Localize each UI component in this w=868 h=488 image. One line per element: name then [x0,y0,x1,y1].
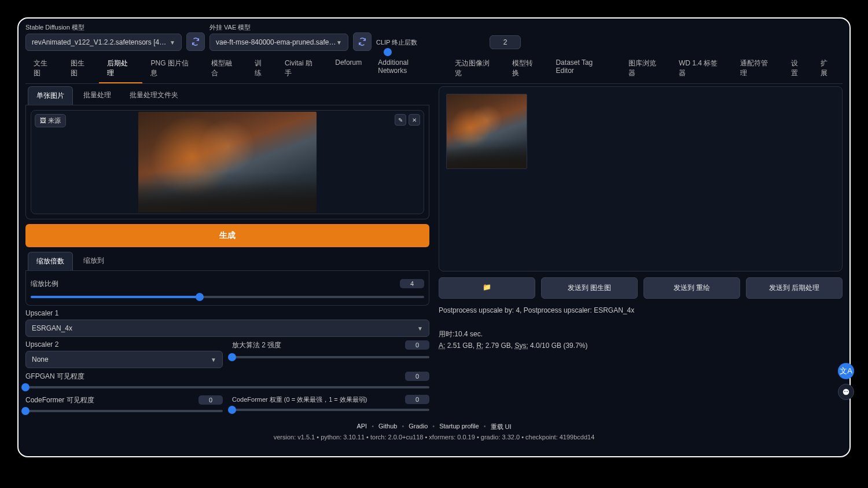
main-tab-3[interactable]: PNG 图片信息 [142,54,203,83]
upscaler2-label: Upscaler 2 [25,340,223,348]
source-image-area[interactable]: 🖼 来源 ✎ ✕ [31,110,424,214]
footer-links: API•Github•Gradio•Startup profile•重载 UI [25,423,843,431]
generate-button[interactable]: 生成 [25,224,429,247]
chat-icon[interactable] [838,384,854,400]
scale-tabs: 缩放倍数缩放到 [25,252,429,271]
header-row: Stable Diffusion 模型 revAnimated_v122_V1.… [25,23,843,51]
chevron-down-icon: ▼ [211,357,216,363]
codeformer-weight-value[interactable]: 0 [405,395,429,404]
send-inpaint-button[interactable]: 发送到 重绘 [643,277,740,299]
floating-icons: 文A [838,363,854,400]
main-tab-15[interactable]: 设置 [783,54,813,83]
gfpgan-value[interactable]: 0 [405,372,429,381]
result-params: Postprocess upscale by: 4, Postprocess u… [439,304,843,316]
open-folder-button[interactable]: 📁 [439,277,535,299]
main-tab-0[interactable]: 文生图 [25,54,62,83]
main-tab-9[interactable]: 无边图像浏览 [447,54,504,83]
clip-label: CLIP 终止层数 [376,38,417,47]
upscaler1-label: Upscaler 1 [25,309,429,317]
chevron-down-icon: ▼ [336,39,342,46]
upscaler2-strength-slider[interactable] [232,356,429,358]
main-tab-12[interactable]: 图库浏览器 [620,54,671,83]
translate-icon[interactable]: 文A [838,363,854,379]
output-image-area [439,86,843,271]
edit-image-button[interactable]: ✎ [395,114,406,126]
codeformer-vis-label: CodeFormer 可见程度 [25,395,94,405]
main-tab-8[interactable]: Additional Networks [370,54,447,83]
footer-link-重载-ui[interactable]: 重载 UI [491,423,512,431]
main-tab-14[interactable]: 通配符管理 [732,54,782,83]
app-window: Stable Diffusion 模型 revAnimated_v122_V1.… [17,17,851,457]
source-badge: 🖼 来源 [35,114,66,127]
result-info: Postprocess upscale by: 4, Postprocess u… [439,304,843,352]
refresh-vae-button[interactable] [353,32,372,51]
output-image[interactable] [446,94,527,169]
footer-link-gradio[interactable]: Gradio [409,423,428,431]
gfpgan-label: GFPGAN 可见程度 [25,372,84,381]
footer-link-github[interactable]: Github [378,423,397,431]
main-tab-16[interactable]: 扩展 [812,54,843,83]
input-tab-2[interactable]: 批量处理文件夹 [122,86,186,105]
left-pane: 单张图片批量处理批量处理文件夹 🖼 来源 ✎ ✕ 生成 缩放倍数缩放到 缩放比例… [25,84,429,412]
main-tab-4[interactable]: 模型融合 [203,54,247,83]
input-tabs: 单张图片批量处理批量处理文件夹 [25,86,429,105]
scale-panel: 缩放比例 4 [25,271,429,306]
chevron-down-icon: ▼ [417,325,423,332]
model-select[interactable]: revAnimated_v122_V1.2.2.safetensors [419… [25,34,182,51]
upscaler1-select[interactable]: ESRGAN_4x ▼ [25,320,429,337]
main-tab-11[interactable]: Dataset Tag Editor [547,54,620,83]
footer-link-api[interactable]: API [356,423,367,431]
footer: API•Github•Gradio•Startup profile•重载 UI … [25,423,843,441]
main-tab-1[interactable]: 图生图 [62,54,100,83]
right-pane: 📁 发送到 图生图 发送到 重绘 发送到 后期处理 Postprocess up… [439,84,843,412]
main-split: 单张图片批量处理批量处理文件夹 🖼 来源 ✎ ✕ 生成 缩放倍数缩放到 缩放比例… [25,84,843,412]
scale-tab-1[interactable]: 缩放到 [75,252,112,270]
input-tab-0[interactable]: 单张图片 [28,86,73,105]
svg-point-0 [843,389,849,395]
send-extras-button[interactable]: 发送到 后期处理 [746,277,843,299]
upscaler2-select[interactable]: None ▼ [25,351,223,368]
vae-label: 外挂 VAE 模型 [209,23,348,32]
main-tab-10[interactable]: 模型转换 [504,54,547,83]
scale-ratio-slider[interactable] [31,296,424,298]
codeformer-weight-label: CodeFormer 权重 (0 = 效果最强，1 = 效果最弱) [232,395,367,404]
main-tabs: 文生图图生图后期处理PNG 图片信息模型融合训练Civitai 助手Deforu… [25,54,843,84]
action-row: 📁 发送到 图生图 发送到 重绘 发送到 后期处理 [439,277,843,299]
input-tab-1[interactable]: 批量处理 [75,86,119,105]
codeformer-vis-slider[interactable] [25,410,223,412]
footer-link-startup-profile[interactable]: Startup profile [439,423,479,431]
svg-point-2 [847,391,848,392]
upscaler2-strength-value[interactable]: 0 [405,340,429,350]
result-memory: A: 2.51 GB, R: 2.79 GB, Sys: 4.0/10 GB (… [439,340,843,351]
codeformer-vis-value[interactable]: 0 [198,395,223,405]
input-panel: 🖼 来源 ✎ ✕ [25,105,429,219]
gfpgan-slider[interactable] [25,386,429,388]
source-image [138,112,317,212]
send-img2img-button[interactable]: 发送到 图生图 [541,277,638,299]
main-tab-7[interactable]: Deforum [327,54,370,83]
version-string: version: v1.5.1 • python: 3.10.11 • torc… [25,434,843,441]
scale-ratio-label: 缩放比例 [31,279,58,289]
main-tab-6[interactable]: Civitai 助手 [277,54,327,83]
upscaler2-strength-label: 放大算法 2 强度 [232,340,281,350]
chevron-down-icon: ▼ [170,39,175,46]
clip-value-input[interactable]: 2 [490,35,521,49]
svg-point-1 [844,391,845,392]
main-tab-5[interactable]: 训练 [247,54,277,83]
result-time: 用时:10.4 sec. [439,328,843,340]
scale-tab-0[interactable]: 缩放倍数 [28,252,73,270]
clear-image-button[interactable]: ✕ [409,114,420,126]
scale-ratio-value[interactable]: 4 [400,279,424,288]
refresh-model-button[interactable] [186,32,205,51]
model-label: Stable Diffusion 模型 [25,23,182,32]
vae-select[interactable]: vae-ft-mse-840000-ema-pruned.safetensors… [209,34,348,51]
main-tab-13[interactable]: WD 1.4 标签器 [671,54,732,83]
codeformer-weight-slider[interactable] [232,409,429,411]
main-tab-2[interactable]: 后期处理 [99,54,142,83]
